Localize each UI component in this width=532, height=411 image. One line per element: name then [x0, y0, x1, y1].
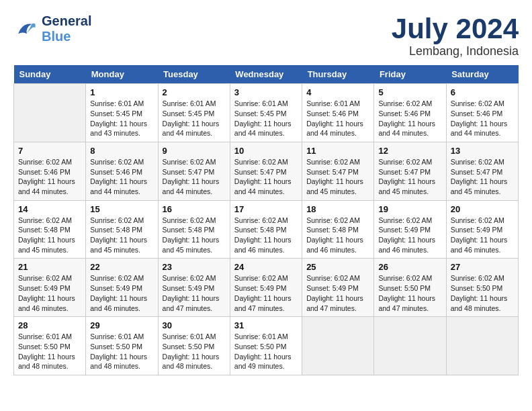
- day-number: 23: [163, 262, 226, 272]
- calendar-cell: 23Sunrise: 6:02 AMSunset: 5:49 PMDayligh…: [158, 259, 230, 317]
- logo: General Blue: [13, 13, 91, 44]
- cell-details: Sunrise: 6:02 AMSunset: 5:48 PMDaylight:…: [90, 216, 153, 255]
- cell-details: Sunrise: 6:01 AMSunset: 5:50 PMDaylight:…: [90, 332, 153, 371]
- cell-details: Sunrise: 6:01 AMSunset: 5:45 PMDaylight:…: [90, 99, 153, 138]
- calendar-cell: 12Sunrise: 6:02 AMSunset: 5:47 PMDayligh…: [374, 142, 446, 200]
- calendar-cell: 17Sunrise: 6:02 AMSunset: 5:48 PMDayligh…: [230, 200, 302, 259]
- calendar-cell: 13Sunrise: 6:02 AMSunset: 5:47 PMDayligh…: [446, 142, 518, 200]
- calendar-cell: 3Sunrise: 6:01 AMSunset: 5:45 PMDaylight…: [230, 84, 302, 142]
- cell-details: Sunrise: 6:02 AMSunset: 5:49 PMDaylight:…: [378, 216, 441, 255]
- month-title: July 2024: [392, 13, 519, 44]
- day-number: 11: [306, 146, 369, 156]
- cell-details: Sunrise: 6:02 AMSunset: 5:48 PMDaylight:…: [163, 216, 226, 255]
- day-number: 5: [378, 87, 441, 97]
- calendar-cell: 19Sunrise: 6:02 AMSunset: 5:49 PMDayligh…: [374, 200, 446, 259]
- header-cell-saturday: Saturday: [446, 65, 518, 84]
- calendar-cell: 29Sunrise: 6:01 AMSunset: 5:50 PMDayligh…: [86, 317, 158, 375]
- day-number: 27: [451, 262, 514, 272]
- cell-details: Sunrise: 6:02 AMSunset: 5:46 PMDaylight:…: [18, 157, 81, 197]
- calendar-cell: 10Sunrise: 6:02 AMSunset: 5:47 PMDayligh…: [230, 142, 302, 200]
- calendar-cell: 16Sunrise: 6:02 AMSunset: 5:48 PMDayligh…: [158, 200, 230, 259]
- day-number: 26: [378, 262, 441, 272]
- week-row-1: 1Sunrise: 6:01 AMSunset: 5:45 PMDaylight…: [14, 84, 519, 142]
- day-number: 12: [378, 146, 441, 156]
- day-number: 25: [306, 262, 369, 272]
- day-number: 4: [306, 87, 369, 97]
- week-row-2: 7Sunrise: 6:02 AMSunset: 5:46 PMDaylight…: [14, 142, 519, 200]
- calendar-cell: 6Sunrise: 6:02 AMSunset: 5:46 PMDaylight…: [446, 84, 518, 142]
- day-number: 3: [234, 87, 298, 97]
- calendar-cell: 2Sunrise: 6:01 AMSunset: 5:45 PMDaylight…: [158, 84, 230, 142]
- calendar-cell: 24Sunrise: 6:02 AMSunset: 5:49 PMDayligh…: [230, 259, 302, 317]
- calendar-cell: 11Sunrise: 6:02 AMSunset: 5:47 PMDayligh…: [302, 142, 374, 200]
- cell-details: Sunrise: 6:02 AMSunset: 5:47 PMDaylight:…: [306, 157, 369, 197]
- cell-details: Sunrise: 6:01 AMSunset: 5:45 PMDaylight:…: [163, 99, 226, 138]
- day-number: 15: [90, 204, 153, 214]
- day-number: 31: [234, 320, 298, 330]
- day-number: 14: [18, 204, 81, 214]
- day-number: 8: [90, 146, 153, 156]
- cell-details: Sunrise: 6:01 AMSunset: 5:45 PMDaylight:…: [234, 99, 298, 138]
- cell-details: Sunrise: 6:02 AMSunset: 5:47 PMDaylight:…: [163, 157, 226, 197]
- calendar-cell: [302, 317, 374, 375]
- day-number: 24: [234, 262, 298, 272]
- calendar-cell: 15Sunrise: 6:02 AMSunset: 5:48 PMDayligh…: [86, 200, 158, 259]
- cell-details: Sunrise: 6:02 AMSunset: 5:47 PMDaylight:…: [378, 157, 441, 197]
- calendar-cell: 9Sunrise: 6:02 AMSunset: 5:47 PMDaylight…: [158, 142, 230, 200]
- cell-details: Sunrise: 6:02 AMSunset: 5:48 PMDaylight:…: [18, 216, 81, 255]
- day-number: 18: [306, 204, 369, 214]
- cell-details: Sunrise: 6:02 AMSunset: 5:49 PMDaylight:…: [90, 273, 153, 313]
- day-number: 17: [234, 204, 298, 214]
- header-cell-friday: Friday: [374, 65, 446, 84]
- header: General Blue July 2024 Lembang, Indonesi…: [13, 13, 519, 58]
- header-cell-wednesday: Wednesday: [230, 65, 302, 84]
- calendar-cell: 8Sunrise: 6:02 AMSunset: 5:46 PMDaylight…: [86, 142, 158, 200]
- header-cell-tuesday: Tuesday: [158, 65, 230, 84]
- day-number: 30: [163, 320, 226, 330]
- logo-text: General Blue: [42, 13, 91, 44]
- header-cell-thursday: Thursday: [302, 65, 374, 84]
- cell-details: Sunrise: 6:02 AMSunset: 5:49 PMDaylight:…: [306, 273, 369, 313]
- cell-details: Sunrise: 6:01 AMSunset: 5:50 PMDaylight:…: [234, 332, 298, 371]
- day-number: 2: [163, 87, 226, 97]
- cell-details: Sunrise: 6:02 AMSunset: 5:49 PMDaylight:…: [234, 273, 298, 313]
- cell-details: Sunrise: 6:02 AMSunset: 5:46 PMDaylight:…: [451, 99, 514, 138]
- cell-details: Sunrise: 6:02 AMSunset: 5:49 PMDaylight:…: [18, 273, 81, 313]
- calendar-table: SundayMondayTuesdayWednesdayThursdayFrid…: [13, 65, 519, 375]
- calendar-cell: 7Sunrise: 6:02 AMSunset: 5:46 PMDaylight…: [14, 142, 86, 200]
- cell-details: Sunrise: 6:02 AMSunset: 5:47 PMDaylight:…: [451, 157, 514, 197]
- day-number: 22: [90, 262, 153, 272]
- cell-details: Sunrise: 6:02 AMSunset: 5:49 PMDaylight:…: [163, 273, 226, 313]
- page-container: General Blue July 2024 Lembang, Indonesi…: [13, 13, 519, 375]
- cell-details: Sunrise: 6:02 AMSunset: 5:48 PMDaylight:…: [234, 216, 298, 255]
- day-number: 29: [90, 320, 153, 330]
- calendar-cell: 4Sunrise: 6:01 AMSunset: 5:46 PMDaylight…: [302, 84, 374, 142]
- cell-details: Sunrise: 6:01 AMSunset: 5:50 PMDaylight:…: [163, 332, 226, 371]
- cell-details: Sunrise: 6:01 AMSunset: 5:50 PMDaylight:…: [18, 332, 81, 371]
- header-cell-sunday: Sunday: [14, 65, 86, 84]
- calendar-cell: [446, 317, 518, 375]
- day-number: 1: [90, 87, 153, 97]
- calendar-cell: 27Sunrise: 6:02 AMSunset: 5:50 PMDayligh…: [446, 259, 518, 317]
- week-row-4: 21Sunrise: 6:02 AMSunset: 5:49 PMDayligh…: [14, 259, 519, 317]
- title-section: July 2024 Lembang, Indonesia: [392, 13, 519, 58]
- cell-details: Sunrise: 6:02 AMSunset: 5:46 PMDaylight:…: [90, 157, 153, 197]
- calendar-cell: 21Sunrise: 6:02 AMSunset: 5:49 PMDayligh…: [14, 259, 86, 317]
- cell-details: Sunrise: 6:02 AMSunset: 5:50 PMDaylight:…: [451, 273, 514, 313]
- calendar-cell: 30Sunrise: 6:01 AMSunset: 5:50 PMDayligh…: [158, 317, 230, 375]
- calendar-cell: 28Sunrise: 6:01 AMSunset: 5:50 PMDayligh…: [14, 317, 86, 375]
- cell-details: Sunrise: 6:02 AMSunset: 5:47 PMDaylight:…: [234, 157, 298, 197]
- day-number: 9: [163, 146, 226, 156]
- day-number: 19: [378, 204, 441, 214]
- calendar-cell: 31Sunrise: 6:01 AMSunset: 5:50 PMDayligh…: [230, 317, 302, 375]
- calendar-cell: 25Sunrise: 6:02 AMSunset: 5:49 PMDayligh…: [302, 259, 374, 317]
- calendar-cell: [374, 317, 446, 375]
- calendar-header-row: SundayMondayTuesdayWednesdayThursdayFrid…: [14, 65, 519, 84]
- day-number: 10: [234, 146, 298, 156]
- day-number: 7: [18, 146, 81, 156]
- day-number: 21: [18, 262, 81, 272]
- calendar-cell: 14Sunrise: 6:02 AMSunset: 5:48 PMDayligh…: [14, 200, 86, 259]
- week-row-5: 28Sunrise: 6:01 AMSunset: 5:50 PMDayligh…: [14, 317, 519, 375]
- cell-details: Sunrise: 6:02 AMSunset: 5:46 PMDaylight:…: [378, 99, 441, 138]
- cell-details: Sunrise: 6:02 AMSunset: 5:48 PMDaylight:…: [306, 216, 369, 255]
